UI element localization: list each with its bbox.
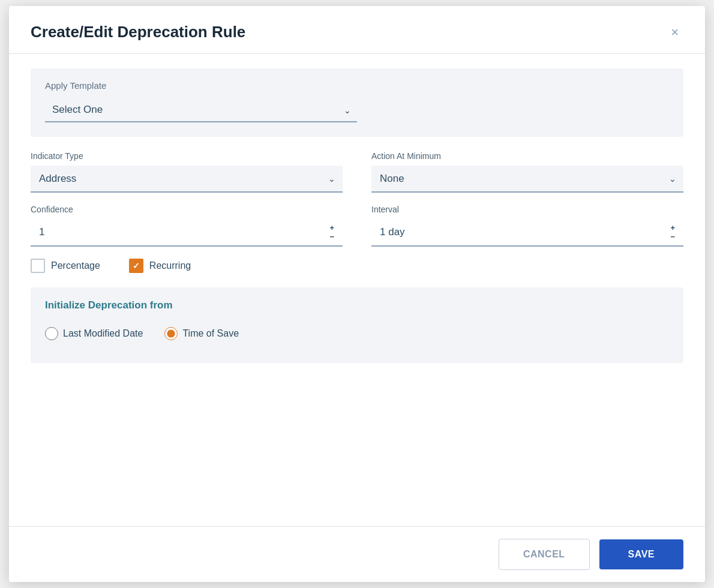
radio-time-of-save-input[interactable] bbox=[164, 327, 178, 340]
interval-col: Interval + − bbox=[371, 205, 683, 247]
template-select-wrapper: Select One ⌄ bbox=[45, 98, 357, 122]
indicator-type-field: Address URL Hash Domain Email ⌄ bbox=[31, 166, 343, 193]
initialize-section-label: Initialize Deprecation from bbox=[45, 299, 669, 311]
save-button[interactable]: SAVE bbox=[599, 539, 683, 569]
modal-title: Create/Edit Deprecation Rule bbox=[31, 23, 245, 41]
initialize-section: Initialize Deprecation from Last Modifie… bbox=[31, 287, 683, 363]
template-section: Apply Template Select One ⌄ bbox=[31, 68, 683, 137]
indicator-type-col: Indicator Type Address URL Hash Domain E… bbox=[31, 151, 343, 193]
radio-last-modified[interactable]: Last Modified Date bbox=[45, 327, 143, 340]
action-at-minimum-field: None Delete Archive Flag ⌄ bbox=[371, 166, 683, 193]
interval-input[interactable] bbox=[371, 219, 667, 245]
confidence-label: Confidence bbox=[31, 205, 343, 214]
template-label: Apply Template bbox=[45, 80, 669, 91]
percentage-checkbox[interactable] bbox=[31, 259, 45, 273]
indicator-type-label: Indicator Type bbox=[31, 151, 343, 161]
percentage-checkbox-item: Percentage bbox=[31, 259, 100, 273]
action-at-minimum-label: Action At Minimum bbox=[371, 151, 683, 161]
percentage-label: Percentage bbox=[51, 260, 100, 271]
confidence-stepper-buttons: + − bbox=[326, 223, 338, 241]
interval-increment-button[interactable]: + bbox=[667, 223, 679, 232]
interval-stepper-field: + − bbox=[371, 219, 683, 247]
radio-time-of-save-label: Time of Save bbox=[182, 328, 239, 339]
modal-body: Apply Template Select One ⌄ Indicator Ty… bbox=[9, 54, 705, 526]
template-select[interactable]: Select One bbox=[45, 98, 357, 122]
modal-footer: CANCEL SAVE bbox=[9, 526, 705, 582]
modal-container: Create/Edit Deprecation Rule × Apply Tem… bbox=[9, 6, 705, 582]
recurring-label: Recurring bbox=[149, 260, 191, 271]
recurring-checkbox-item: Recurring bbox=[129, 259, 191, 273]
action-at-minimum-select[interactable]: None Delete Archive Flag bbox=[371, 166, 683, 191]
confidence-input[interactable] bbox=[31, 219, 326, 245]
action-at-minimum-col: Action At Minimum None Delete Archive Fl… bbox=[371, 151, 683, 193]
radio-last-modified-input[interactable] bbox=[45, 327, 58, 340]
radio-time-of-save[interactable]: Time of Save bbox=[164, 327, 239, 340]
confidence-stepper-field: + − bbox=[31, 219, 343, 247]
interval-stepper-buttons: + − bbox=[667, 223, 679, 241]
close-button[interactable]: × bbox=[666, 23, 683, 41]
confidence-interval-row: Confidence + − Interval + − bbox=[31, 205, 683, 247]
indicator-type-select[interactable]: Address URL Hash Domain Email bbox=[31, 166, 343, 191]
interval-label: Interval bbox=[371, 205, 683, 214]
checkboxes-row: Percentage Recurring bbox=[31, 259, 683, 273]
interval-decrement-button[interactable]: − bbox=[667, 232, 679, 241]
cancel-button[interactable]: CANCEL bbox=[499, 539, 590, 570]
confidence-decrement-button[interactable]: − bbox=[326, 232, 338, 241]
modal-header: Create/Edit Deprecation Rule × bbox=[9, 6, 705, 54]
confidence-increment-button[interactable]: + bbox=[326, 223, 338, 232]
recurring-checkbox[interactable] bbox=[129, 259, 143, 273]
radio-row: Last Modified Date Time of Save bbox=[45, 321, 669, 346]
type-action-row: Indicator Type Address URL Hash Domain E… bbox=[31, 151, 683, 193]
radio-last-modified-label: Last Modified Date bbox=[63, 328, 143, 339]
confidence-col: Confidence + − bbox=[31, 205, 343, 247]
